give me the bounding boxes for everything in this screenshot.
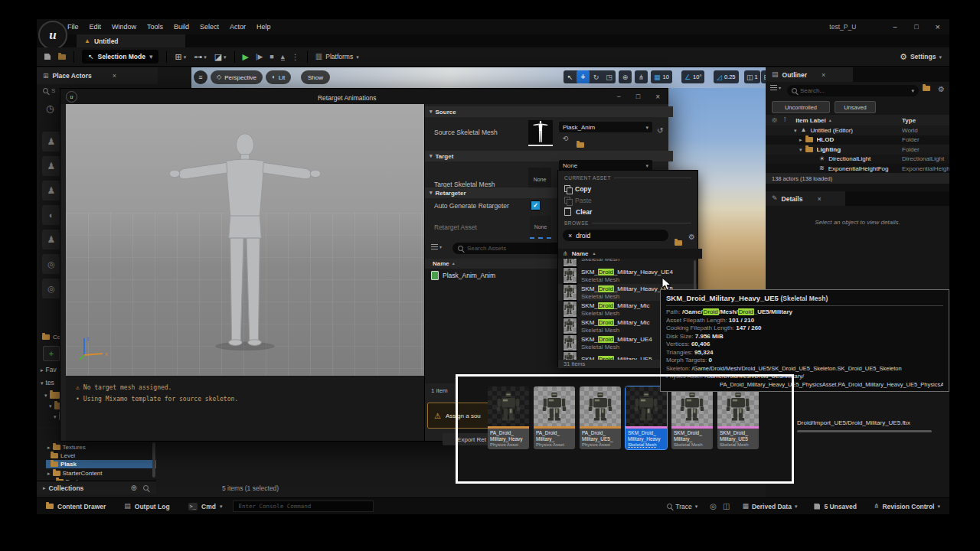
- snapshot-icon[interactable]: ◫: [723, 503, 730, 510]
- unreal-logo[interactable]: u: [38, 21, 67, 50]
- menu-file[interactable]: File: [67, 23, 79, 31]
- browse-folder-icon[interactable]: [675, 235, 682, 249]
- menu-search-input[interactable]: × droid: [563, 230, 668, 241]
- trace-dropdown[interactable]: Trace ▾: [667, 503, 697, 510]
- reset-property-icon[interactable]: ↺: [657, 127, 663, 135]
- source-control-icon[interactable]: [58, 54, 66, 60]
- settings-dropdown[interactable]: ⚙ Settings ▾: [900, 53, 942, 61]
- menu-list-header[interactable]: ⋔ Name ▲: [558, 249, 702, 259]
- tree-folder-stub[interactable]: ▾: [44, 392, 60, 399]
- chevron-down-icon[interactable]: ▾: [799, 147, 802, 152]
- category-icon[interactable]: ◎: [42, 279, 60, 298]
- scale-tool-button[interactable]: ◳: [603, 70, 616, 83]
- outliner-filter-button[interactable]: ▾: [770, 85, 781, 90]
- pin-icon[interactable]: ⊺: [783, 117, 786, 123]
- item-label-column[interactable]: Item Label: [795, 117, 826, 124]
- category-icon[interactable]: ♟: [42, 230, 60, 249]
- tree-item-level[interactable]: Level: [51, 452, 75, 459]
- tree-item-startercontent[interactable]: ▸ StarterContent: [47, 469, 103, 477]
- chevron-down-icon[interactable]: ▾: [794, 128, 797, 133]
- eye-icon[interactable]: ◎: [772, 117, 777, 123]
- camera-speed-group[interactable]: ◫ 1: [744, 70, 760, 83]
- asset-row[interactable]: SKM_Droid_Military_Heavy_UE4Skeletal Mes…: [558, 267, 697, 284]
- category-icon[interactable]: ♟: [42, 132, 60, 152]
- details-tab[interactable]: ✎ Details ×: [766, 191, 845, 206]
- viewport-menu-button[interactable]: ≡: [194, 70, 207, 84]
- frame-skip-button[interactable]: |▶: [256, 53, 263, 60]
- eject-button[interactable]: ▴: [281, 54, 285, 60]
- source-mesh-dropdown[interactable]: Plask_Anim ▾: [559, 122, 652, 132]
- play-options-kebab-icon[interactable]: ⋮: [292, 53, 299, 61]
- chevron-right-icon[interactable]: ▸: [43, 485, 46, 491]
- browse-to-asset-icon[interactable]: [577, 137, 584, 151]
- outliner-row[interactable]: ☀ DirectionalLight DirectionalLight: [766, 155, 949, 165]
- menu-tools[interactable]: Tools: [147, 23, 163, 31]
- derived-data-dropdown[interactable]: ▦ Derived Data ▾: [742, 503, 797, 510]
- close-button[interactable]: ×: [936, 22, 940, 31]
- outliner-tab[interactable]: ▤ Outliner ×: [766, 67, 853, 82]
- close-icon[interactable]: ×: [113, 72, 116, 80]
- auto-generate-checkbox[interactable]: ✓: [531, 201, 541, 210]
- blueprints-button[interactable]: ⊶▾: [194, 53, 207, 61]
- output-log-button[interactable]: ▤ Output Log: [124, 503, 169, 510]
- save-icon[interactable]: [44, 54, 51, 60]
- source-mesh-thumbnail[interactable]: [528, 120, 553, 146]
- menu-edit[interactable]: Edit: [90, 23, 102, 31]
- favorites-item[interactable]: ▸ Fav: [41, 366, 57, 373]
- perspective-dropdown[interactable]: ◇ Perspective: [211, 70, 263, 84]
- dialog-titlebar[interactable]: u Retarget Animations − □ ×: [60, 89, 668, 104]
- retarget-preview-viewport[interactable]: z x: [66, 104, 424, 376]
- tree-scrollbar[interactable]: [152, 442, 155, 478]
- outliner-row[interactable]: ▾ ▲ Untitled (Editor) World: [766, 126, 949, 135]
- level-tab[interactable]: ▲ Untitled: [77, 34, 185, 47]
- content-drawer-button[interactable]: Content Drawer: [46, 503, 106, 510]
- chevron-right-icon[interactable]: ▸: [799, 137, 802, 142]
- menu-actor[interactable]: Actor: [230, 23, 246, 31]
- play-button[interactable]: ▶: [243, 52, 249, 62]
- minimize-button[interactable]: −: [616, 93, 620, 100]
- outliner-row[interactable]: ≋ ExponentialHeightFog ExponentialHeight…: [766, 164, 949, 173]
- retarget-asset-thumbnail[interactable]: None: [530, 216, 551, 239]
- cmd-dropdown[interactable]: >_ Cmd ▾: [188, 503, 223, 510]
- tree-item-textures[interactable]: ▸ Textures: [47, 443, 86, 451]
- console-command-input[interactable]: Enter Console Command: [233, 500, 374, 512]
- menu-item-copy[interactable]: Copy: [558, 183, 697, 194]
- tree-item-plask-selected[interactable]: Plask: [46, 460, 156, 468]
- menu-help[interactable]: Help: [256, 23, 271, 31]
- category-icon[interactable]: ♟: [42, 181, 60, 201]
- menu-item-paste[interactable]: Paste: [558, 194, 697, 206]
- close-icon[interactable]: ×: [817, 195, 821, 203]
- category-icon[interactable]: ◐: [42, 205, 60, 225]
- rotate-tool-button[interactable]: ↻: [590, 70, 603, 83]
- show-dropdown[interactable]: Show: [301, 70, 330, 84]
- menu-select[interactable]: Select: [200, 23, 219, 31]
- close-icon[interactable]: ×: [822, 71, 825, 79]
- close-button[interactable]: ×: [655, 93, 660, 101]
- target-mesh-dropdown[interactable]: None ▾: [559, 160, 652, 171]
- world-space-button[interactable]: ⊕: [619, 70, 632, 83]
- new-folder-button[interactable]: [923, 86, 930, 91]
- place-actors-tab[interactable]: ⊞ Place Actors ×: [37, 67, 158, 84]
- insights-icon[interactable]: ◎: [710, 503, 717, 510]
- selection-mode-dropdown[interactable]: ↖ Selection Mode ▾: [82, 50, 158, 64]
- menu-window[interactable]: Window: [112, 23, 136, 31]
- lit-dropdown[interactable]: ◐ Lit: [266, 70, 291, 84]
- category-icon[interactable]: ♟: [42, 156, 60, 176]
- add-collection-icon[interactable]: ⊕: [131, 484, 137, 492]
- hierarchy-button[interactable]: ⋔: [635, 70, 648, 83]
- select-tool-button[interactable]: ↖: [564, 70, 577, 83]
- menu-item-clear[interactable]: Clear: [558, 206, 697, 217]
- outliner-row[interactable]: ▾ Lighting Folder: [766, 145, 949, 155]
- clear-search-icon[interactable]: ×: [568, 232, 572, 240]
- unsaved-button[interactable]: 5 Unsaved: [814, 503, 857, 510]
- recently-placed-icon[interactable]: ◷: [46, 104, 54, 113]
- maximize-button[interactable]: □: [636, 93, 640, 100]
- asset-filter-button[interactable]: ▾: [431, 244, 442, 249]
- menu-build[interactable]: Build: [174, 23, 189, 31]
- grid-snap-group[interactable]: ▦ 10: [651, 70, 672, 83]
- unsaved-button[interactable]: Unsaved: [835, 101, 876, 113]
- cinematics-button[interactable]: ◪▾: [214, 53, 227, 61]
- outliner-search-input[interactable]: Search... ▾: [787, 85, 919, 96]
- revision-control-dropdown[interactable]: ⋔ Revision Control ▾: [874, 503, 940, 510]
- minimize-button[interactable]: −: [893, 23, 897, 31]
